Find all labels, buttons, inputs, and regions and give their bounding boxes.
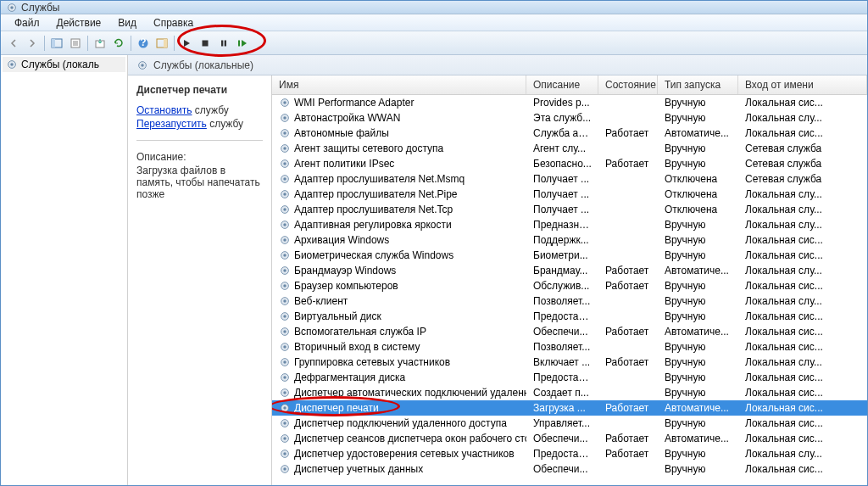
col-header-state[interactable]: Состояние — [598, 75, 658, 94]
menu-action[interactable]: Действие — [48, 15, 110, 31]
svg-point-24 — [283, 116, 287, 120]
cell-description: Создает п... — [526, 387, 598, 399]
cell-description: Обслужив... — [526, 280, 598, 292]
table-row[interactable]: Группировка сетевых участниковВключает .… — [272, 355, 867, 370]
tree-node-services[interactable]: Службы (локаль — [3, 57, 125, 72]
table-row[interactable]: Диспетчер сеансов диспетчера окон рабоче… — [272, 431, 867, 446]
table-row[interactable]: Адаптер прослушивателя Net.PipeПолучает … — [272, 187, 867, 202]
svg-rect-12 — [164, 39, 167, 47]
svg-point-1 — [10, 6, 14, 9]
cell-state: Работает — [598, 433, 658, 444]
cell-startup: Вручную — [658, 112, 738, 124]
show-hide-actionpane-button[interactable] — [153, 35, 170, 52]
app-window: Службы Файл Действие Вид Справка ? Служб… — [0, 0, 868, 486]
cell-startup: Вручную — [658, 234, 738, 246]
table-row[interactable]: Дефрагментация дискаПредостав...ВручнуюЛ… — [272, 370, 867, 385]
cell-description: Биометри... — [526, 249, 598, 261]
table-row[interactable]: Вторичный вход в системуПозволяет...Вруч… — [272, 339, 867, 355]
svg-point-52 — [283, 330, 287, 333]
svg-point-38 — [283, 223, 287, 226]
window-title: Службы — [21, 2, 59, 14]
svg-point-48 — [283, 299, 287, 303]
restart-service-button[interactable] — [234, 35, 251, 52]
cell-logon: Локальная слу... — [738, 219, 867, 231]
cell-state: Работает — [598, 448, 658, 460]
svg-point-18 — [10, 63, 14, 66]
menubar: Файл Действие Вид Справка — [1, 14, 867, 31]
pause-service-button[interactable] — [215, 35, 232, 52]
table-row[interactable]: WMI Performance AdapterProvides p...Вруч… — [272, 95, 867, 110]
cell-name: Вспомогательная служба IP — [272, 326, 526, 338]
cell-startup: Вручную — [658, 295, 738, 307]
refresh-button[interactable] — [110, 35, 127, 52]
table-row[interactable]: Веб-клиентПозволяет...ВручнуюЛокальная с… — [272, 293, 867, 309]
table-row[interactable]: Адаптер прослушивателя Net.MsmqПолучает … — [272, 171, 867, 187]
cell-name: Биометрическая служба Windows — [272, 249, 526, 261]
export-button[interactable] — [92, 35, 108, 52]
table-row[interactable]: Диспетчер печатиЗагрузка ...РаботаетАвто… — [272, 400, 867, 416]
cell-startup: Вручную — [658, 387, 738, 399]
nav-forward-button[interactable] — [24, 35, 41, 52]
cell-description: Служба ав... — [526, 127, 598, 139]
table-row[interactable]: Виртуальный дискПредостав...ВручнуюЛокал… — [272, 309, 867, 324]
table-row[interactable]: Архивация WindowsПоддержк...ВручнуюЛокал… — [272, 232, 867, 248]
cell-name: Дефрагментация диска — [272, 371, 526, 383]
table-row[interactable]: Автонастройка WWANЭта служб...ВручнуюЛок… — [272, 110, 867, 126]
cell-logon: Локальная слу... — [738, 265, 867, 277]
svg-point-20 — [141, 64, 144, 67]
table-row[interactable]: Диспетчер подключений удаленного доступа… — [272, 416, 867, 431]
table-row[interactable]: Диспетчер удостоверения сетевых участник… — [272, 446, 867, 461]
menu-view[interactable]: Вид — [109, 15, 145, 31]
start-service-button[interactable] — [178, 35, 195, 52]
cell-logon: Сетевая служба — [738, 158, 867, 170]
selected-service-name: Диспетчер печати — [136, 84, 263, 96]
col-header-logon[interactable]: Вход от имени — [738, 75, 867, 94]
col-header-startup[interactable]: Тип запуска — [658, 75, 738, 94]
cell-startup: Вручную — [658, 280, 738, 292]
col-header-name[interactable]: Имя — [272, 75, 526, 94]
list-header: Имя Описание Состояние Тип запуска Вход … — [272, 75, 867, 95]
cell-description: Предназна... — [526, 219, 598, 231]
stop-service-button[interactable] — [197, 35, 214, 52]
cell-name: Агент политики IPsec — [272, 158, 526, 170]
content-area: Службы (локальные) Диспетчер печати Оста… — [128, 55, 867, 485]
cell-name: Диспетчер автоматических подключений уда… — [272, 387, 526, 399]
cell-logon: Локальная слу... — [738, 188, 867, 200]
cell-logon: Локальная сис... — [738, 433, 867, 444]
show-hide-tree-button[interactable] — [48, 35, 65, 52]
table-row[interactable]: Биометрическая служба WindowsБиометри...… — [272, 248, 867, 263]
table-row[interactable]: Брандмауэр WindowsБрандмау...РаботаетАвт… — [272, 263, 867, 278]
table-row[interactable]: Автономные файлыСлужба ав...РаботаетАвто… — [272, 126, 867, 141]
menu-help[interactable]: Справка — [145, 15, 202, 31]
cell-name: Адаптер прослушивателя Net.Tcp — [272, 204, 526, 215]
cell-startup: Вручную — [658, 356, 738, 368]
svg-rect-3 — [52, 39, 55, 47]
table-row[interactable]: Адаптер прослушивателя Net.TcpПолучает .… — [272, 202, 867, 217]
svg-rect-14 — [221, 40, 223, 46]
svg-point-36 — [283, 208, 287, 211]
menu-file[interactable]: Файл — [6, 15, 48, 31]
cell-logon: Сетевая служба — [738, 173, 867, 185]
cell-name: Виртуальный диск — [272, 310, 526, 322]
svg-point-68 — [283, 452, 287, 455]
stop-service-link[interactable]: Остановить — [136, 104, 192, 116]
table-row[interactable]: Агент политики IPsecБезопасно...Работает… — [272, 156, 867, 171]
cell-description: Предостав... — [526, 310, 598, 322]
properties-button[interactable] — [67, 35, 84, 52]
nav-tree[interactable]: Службы (локаль — [1, 55, 128, 485]
restart-service-link[interactable]: Перезапустить — [136, 118, 207, 130]
table-row[interactable]: Адаптивная регулировка яркостиПредназна.… — [272, 217, 867, 232]
table-row[interactable]: Агент защиты сетевого доступаАгент слу..… — [272, 141, 867, 156]
table-row[interactable]: Вспомогательная служба IPОбеспечи...Рабо… — [272, 324, 867, 339]
cell-name: Веб-клиент — [272, 295, 526, 307]
list-body[interactable]: WMI Performance AdapterProvides p...Вруч… — [272, 95, 867, 485]
nav-back-button[interactable] — [5, 35, 22, 52]
table-row[interactable]: Браузер компьютеровОбслужив...РаботаетВр… — [272, 278, 867, 293]
cell-name: Брандмауэр Windows — [272, 265, 526, 277]
cell-state: Работает — [598, 265, 658, 277]
svg-point-44 — [283, 269, 287, 272]
table-row[interactable]: Диспетчер автоматических подключений уда… — [272, 385, 867, 400]
col-header-description[interactable]: Описание — [526, 75, 598, 94]
table-row[interactable]: Диспетчер учетных данныхОбеспечи...Вручн… — [272, 461, 867, 477]
help-button[interactable]: ? — [135, 35, 152, 52]
